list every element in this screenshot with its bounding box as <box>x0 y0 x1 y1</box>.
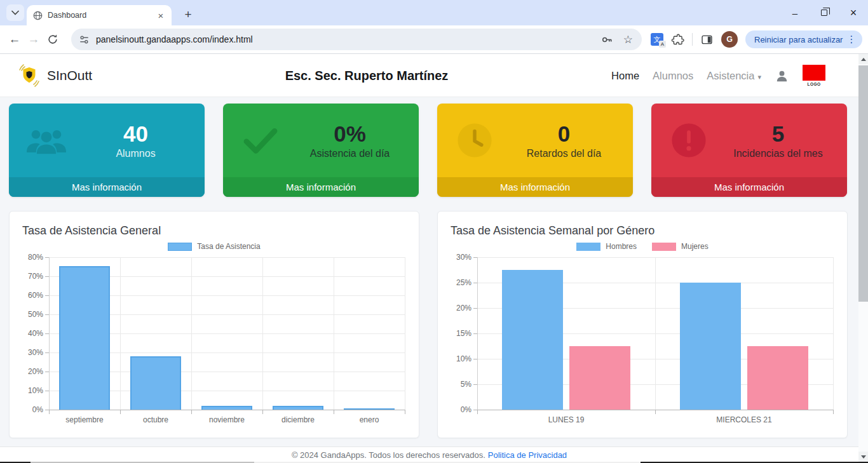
x-tick-label: noviembre <box>209 415 245 424</box>
x-tick-mark <box>405 410 405 414</box>
more-info-link[interactable]: Mas información <box>651 177 847 197</box>
x-tick-label: enero <box>360 415 379 424</box>
chart-card-asistencia-general: Tasa de Asistencia General Tasa de Asist… <box>9 211 419 438</box>
bar-mujeres[interactable] <box>569 346 630 410</box>
y-tick-label: 20% <box>456 304 471 312</box>
bar-tasa-de-asistencia[interactable] <box>273 406 324 410</box>
user-profile-icon[interactable] <box>775 69 789 83</box>
chart-card-asistencia-genero: Tasa de Asistencia Semanal por Género Ho… <box>437 211 848 438</box>
more-info-link[interactable]: Mas información <box>9 177 205 197</box>
relaunch-update-chip[interactable]: Reiniciar para actualizar ⋮ <box>745 30 862 48</box>
browser-menu-kebab-icon[interactable]: ⋮ <box>843 34 860 45</box>
scrollbar-up-button[interactable] <box>858 54 868 64</box>
side-panel-icon[interactable] <box>700 33 714 46</box>
stat-label: Incidencias del mes <box>726 148 831 159</box>
translate-icon[interactable]: 文 A <box>651 33 663 46</box>
chart-title: Tasa de Asistencia General <box>22 224 161 238</box>
nav-item-asistencia[interactable]: Asistencia▾ <box>707 70 761 82</box>
nav-item-alumnos[interactable]: Alumnos <box>653 70 693 82</box>
more-info-link[interactable]: Mas información <box>437 177 633 197</box>
bar-tasa-de-asistencia[interactable] <box>59 266 111 410</box>
browser-tab-dashboard[interactable]: Dashboard × <box>27 5 172 25</box>
bar-hombres[interactable] <box>680 283 741 410</box>
legend-item[interactable]: Mujeres <box>652 242 709 251</box>
gridline <box>49 410 405 410</box>
x-tick-label: LUNES 19 <box>548 415 585 424</box>
x-tick-mark <box>334 410 334 414</box>
url-text[interactable]: panelsinoutt.gandaapps.com/index.html <box>96 34 601 44</box>
legend-series-label: Tasa de Asistencia <box>197 242 260 251</box>
tab-title: Dashboard <box>48 11 155 20</box>
legend-series-label: Hombres <box>606 242 637 251</box>
chart-legend: HombresMujeres <box>438 242 847 251</box>
brand-shield-icon <box>17 63 42 88</box>
triangle-down-icon <box>861 455 866 459</box>
stat-card-incidencias: 5 Incidencias del mes Mas información <box>651 104 847 197</box>
y-tick-label: 40% <box>28 329 43 338</box>
alert-icon <box>670 122 707 159</box>
bookmark-star-icon[interactable]: ☆ <box>623 33 633 46</box>
y-tick-label: 30% <box>456 253 471 262</box>
tab-close-icon[interactable]: × <box>155 10 166 21</box>
gridline <box>477 257 478 410</box>
legend-item[interactable]: Hombres <box>576 242 637 251</box>
scrollbar-thumb[interactable] <box>858 65 868 302</box>
brand[interactable]: SInOutt <box>17 63 92 88</box>
forward-button[interactable]: → <box>24 30 43 49</box>
stat-value: 0% <box>297 121 402 147</box>
y-tick-label: 70% <box>28 272 43 281</box>
legend-swatch <box>576 243 600 251</box>
new-tab-button[interactable]: + <box>179 6 197 23</box>
x-tick-mark <box>833 410 834 414</box>
passwords-key-icon[interactable] <box>601 34 613 46</box>
restore-button[interactable] <box>810 0 839 25</box>
minimize-button[interactable]: – <box>780 0 810 25</box>
toolbar-divider <box>692 33 693 46</box>
school-logo-image <box>803 65 825 81</box>
legend-item[interactable]: Tasa de Asistencia <box>168 242 260 251</box>
gridline <box>120 257 121 410</box>
brand-name[interactable]: SInOutt <box>47 68 92 83</box>
bar-tasa-de-asistencia[interactable] <box>130 356 182 410</box>
gridline <box>49 257 50 410</box>
stat-cards-row: 40 Alumnos Mas información 0% Asistenc <box>9 104 847 197</box>
footer-copyright: © 2024 GandaApps. Todos los derechos res… <box>292 450 485 460</box>
y-tick-label: 15% <box>456 329 471 338</box>
y-tick-label: 0% <box>32 405 43 414</box>
stat-label: Alumnos <box>83 148 188 159</box>
site-settings-icon[interactable] <box>79 34 90 45</box>
url-bar[interactable]: panelsinoutt.gandaapps.com/index.html ☆ <box>71 29 642 50</box>
gridline <box>191 257 192 410</box>
extensions-icon[interactable] <box>671 33 684 46</box>
stat-card-asistencia: 0% Asistencia del día Mas información <box>223 104 419 197</box>
nav-item-home[interactable]: Home <box>611 70 639 82</box>
more-info-link[interactable]: Mas información <box>223 177 419 197</box>
y-tick-label: 5% <box>461 380 471 389</box>
gridline <box>833 257 834 410</box>
bar-tasa-de-asistencia[interactable] <box>201 406 253 410</box>
stat-card-alumnos: 40 Alumnos Mas información <box>9 104 205 197</box>
tab-search-button[interactable] <box>6 4 24 21</box>
scrollbar-down-button[interactable] <box>858 452 868 462</box>
legend-swatch <box>652 243 676 251</box>
back-button[interactable]: ← <box>5 30 24 49</box>
bar-mujeres[interactable] <box>747 346 808 410</box>
bar-hombres[interactable] <box>502 270 563 410</box>
users-icon <box>25 124 67 156</box>
gridline <box>655 257 656 410</box>
profile-avatar[interactable]: G <box>721 31 738 48</box>
vertical-scrollbar[interactable] <box>858 54 868 462</box>
chart-legend: Tasa de Asistencia <box>10 242 419 251</box>
restore-icon <box>821 10 827 16</box>
reload-button[interactable] <box>43 30 62 49</box>
y-tick-label: 80% <box>28 253 43 262</box>
close-window-button[interactable]: × <box>839 0 868 25</box>
privacy-policy-link[interactable]: Politica de Privacidad <box>488 450 567 460</box>
browser-toolbar: ← → panelsinoutt.gandaapps.com/index.htm… <box>0 25 868 54</box>
bar-tasa-de-asistencia[interactable] <box>344 408 395 410</box>
stat-label: Retardos del día <box>512 148 616 159</box>
y-tick-label: 50% <box>28 310 43 319</box>
legend-swatch <box>168 243 192 251</box>
site-navbar: SInOutt Esc. Sec. Ruperto Martínez Home … <box>0 54 858 97</box>
stat-label: Asistencia del día <box>297 148 402 159</box>
